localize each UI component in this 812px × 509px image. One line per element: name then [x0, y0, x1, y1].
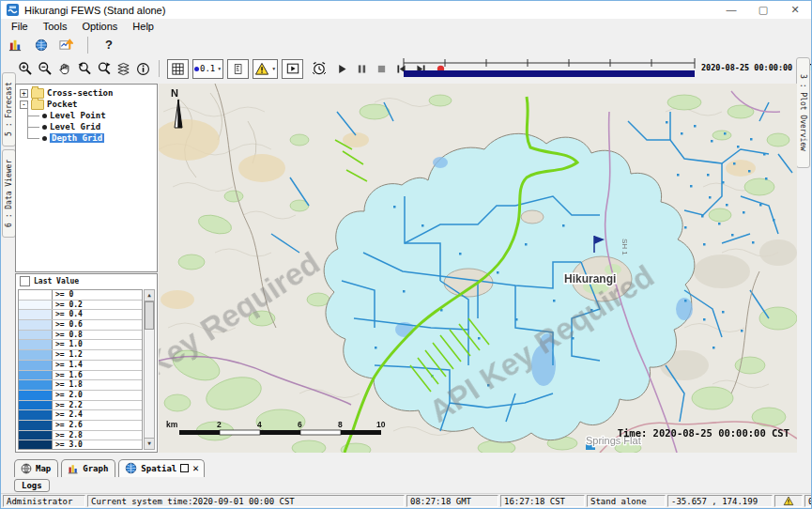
close-button[interactable]: ✕: [779, 1, 811, 19]
stop-button[interactable]: [372, 59, 391, 79]
legend-swatch: [19, 410, 53, 420]
town-label: Hikurangi: [564, 272, 616, 285]
menu-tools[interactable]: Tools: [36, 20, 75, 34]
scale-tick-label: 8: [338, 420, 343, 429]
tab-graph[interactable]: Graph: [61, 459, 115, 477]
window-title: Hikurangi FEWS (Stand alone): [24, 5, 165, 16]
legend-swatch: [19, 371, 53, 380]
status-warning-icon[interactable]: [774, 495, 803, 507]
legend-swatch: [19, 301, 53, 310]
animation-movie-button[interactable]: [282, 59, 303, 79]
tab-map[interactable]: Map: [14, 459, 58, 477]
menu-help[interactable]: Help: [125, 20, 161, 34]
legend-swatch: [19, 340, 53, 349]
legend-row[interactable]: >= 3.0: [19, 440, 142, 450]
longitudinal-profile-button[interactable]: [227, 59, 249, 79]
pan-hand-icon[interactable]: [54, 59, 74, 79]
bottom-tab-bar: Map Graph Spatial ✕: [14, 459, 205, 477]
legend-row[interactable]: >= 0.2: [19, 301, 142, 311]
tree-label: Cross-section: [47, 88, 113, 98]
bullet-icon: [42, 125, 47, 130]
map-canvas[interactable]: API Key Required API Key Required Hikura…: [159, 84, 797, 453]
scale-tick-label: 4: [257, 420, 262, 429]
timeseries-chart-icon[interactable]: [56, 35, 76, 54]
legend-swatch: [19, 431, 53, 440]
legend-row[interactable]: >= 2.6: [19, 421, 142, 431]
tree-connector: [27, 127, 39, 139]
zoom-in-icon[interactable]: [15, 59, 35, 79]
legend-row[interactable]: >= 2.8: [19, 431, 142, 441]
layers-icon[interactable]: [114, 59, 133, 79]
last-value-checkbox[interactable]: [20, 276, 30, 286]
last-value-label: Last Value: [34, 277, 79, 285]
legend-row[interactable]: >= 2.2: [19, 401, 142, 411]
scale-unit-label: km: [166, 420, 178, 429]
legend-row[interactable]: >= 1.0: [19, 340, 142, 350]
zoom-out-icon[interactable]: [35, 59, 54, 79]
class-scale-dropdown[interactable]: 0.1 ▼: [192, 59, 223, 79]
tree-item-pocket[interactable]: - Pocket: [16, 99, 157, 110]
tab-close-icon[interactable]: ✕: [192, 465, 199, 471]
toolbar-separator: [87, 37, 88, 54]
legend-swatch: [19, 320, 53, 330]
scrollbar-thumb[interactable]: [145, 301, 154, 330]
status-coordinates: -35.657 , 174.199: [667, 495, 773, 507]
legend-row[interactable]: >= 0.6: [19, 320, 142, 331]
legend-row[interactable]: >= 0.4: [19, 310, 142, 320]
tree-label: Level Point: [50, 111, 106, 120]
tab-data-viewer[interactable]: 6 : Data Viewer: [2, 149, 16, 238]
legend-row[interactable]: >= 2.4: [19, 410, 142, 421]
status-mode: Stand alone: [587, 495, 666, 507]
title-bar[interactable]: Hikurangi FEWS (Stand alone) — ▢ ✕: [1, 1, 811, 19]
tab-map-label: Map: [36, 464, 51, 473]
map-view[interactable]: API Key Required API Key Required Hikura…: [159, 84, 797, 453]
expand-icon[interactable]: +: [20, 89, 28, 98]
play-button[interactable]: [332, 59, 352, 79]
scroll-down-icon[interactable]: ▼: [145, 438, 154, 449]
legend-row[interactable]: >= 1.6: [19, 371, 142, 381]
grid-display-button[interactable]: [167, 59, 189, 79]
legend-row[interactable]: >= 1.4: [19, 361, 142, 371]
time-settings-icon[interactable]: [309, 59, 329, 79]
scale-tick-label: 2: [217, 420, 222, 429]
timeline-slider[interactable]: [402, 57, 697, 80]
tree-label: Pocket: [47, 100, 78, 109]
pause-button[interactable]: [352, 59, 372, 79]
maximize-button[interactable]: ▢: [747, 1, 779, 19]
class-scale-value: 0.1: [200, 64, 215, 73]
legend-swatch: [19, 440, 53, 450]
legend-row[interactable]: >= 0.8: [19, 331, 142, 341]
app-logo-icon: [7, 4, 19, 16]
tab-forecast[interactable]: 5 : Forecast: [2, 72, 16, 147]
minimize-button[interactable]: —: [715, 1, 747, 19]
map-globe-icon[interactable]: [31, 35, 51, 54]
timeline-range-bar: [404, 70, 695, 77]
tab-maximize-icon[interactable]: [180, 464, 189, 472]
explorer-barchart-icon[interactable]: [6, 35, 25, 54]
logs-button[interactable]: Logs: [14, 479, 50, 492]
menu-file[interactable]: File: [4, 20, 36, 34]
tab-spatial[interactable]: Spatial ✕: [118, 459, 205, 477]
status-local-time: 16:27:18 CST: [500, 495, 585, 507]
legend-row[interactable]: >= 2.0: [19, 391, 142, 401]
legend-swatch: [19, 401, 53, 410]
thresholds-dropdown[interactable]: ▼: [253, 59, 278, 79]
barchart-icon: [68, 463, 79, 474]
chevron-down-icon: ▼: [271, 66, 276, 71]
scroll-up-icon[interactable]: ▲: [145, 290, 154, 301]
legend-row[interactable]: >= 0: [19, 290, 142, 301]
zoom-previous-icon[interactable]: [74, 59, 94, 79]
legend-row[interactable]: >= 1.2: [19, 350, 142, 361]
info-icon[interactable]: [133, 59, 153, 79]
menu-options[interactable]: Options: [74, 20, 125, 34]
main-toolbar: ?: [1, 35, 811, 55]
tab-forecast-label: 5 : Forecast: [5, 83, 13, 137]
legend-scrollbar[interactable]: ▲ ▼: [144, 289, 155, 450]
bullet-icon: [42, 136, 47, 141]
zoom-next-icon[interactable]: [94, 59, 114, 79]
legend-row[interactable]: >= 1.8: [19, 380, 142, 391]
status-network-speed: 0.0 MB/s: [804, 495, 812, 507]
help-icon[interactable]: ?: [100, 38, 118, 52]
tab-plot-overview[interactable]: 3 : Plot Overview: [796, 57, 810, 168]
tree-item-depth-grid[interactable]: Depth Grid: [16, 132, 157, 144]
